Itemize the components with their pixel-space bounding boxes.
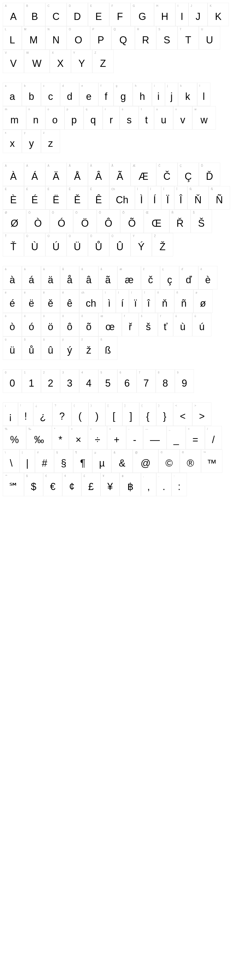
glyph-cell: ÓÓ xyxy=(50,210,73,233)
glyph: € xyxy=(43,479,62,496)
glyph: 0 xyxy=(3,375,22,393)
glyph-label: ÷ xyxy=(88,426,107,432)
glyph: k xyxy=(179,88,197,106)
glyph-label: = xyxy=(186,426,204,432)
glyph-cell: $$ xyxy=(24,473,43,496)
glyph-label: Ø xyxy=(3,210,26,215)
glyph-label: Ď xyxy=(199,163,220,168)
glyph-cell: ÷÷ xyxy=(88,426,107,449)
glyph-label: ü xyxy=(3,337,22,342)
glyph-label: T xyxy=(178,27,199,32)
glyph-label: ) xyxy=(89,403,105,408)
glyph: µ xyxy=(93,455,111,473)
glyph-label: 1 xyxy=(22,370,41,375)
glyph-label: ď xyxy=(179,266,198,272)
glyph: Ú xyxy=(46,239,66,256)
glyph: Œ xyxy=(144,215,169,233)
glyph-label: č xyxy=(141,266,160,272)
glyph: % xyxy=(3,432,26,449)
glyph-label: Ř xyxy=(170,210,190,215)
glyph: Ø xyxy=(3,215,26,233)
glyph-cell: ÑÑ xyxy=(209,186,230,210)
glyph-label: Q xyxy=(112,27,135,32)
glyph-group-uppercase: AABBCCDDEEFFGGHHIIJJKKLLMMNNOOPPQQRRSSTT… xyxy=(0,0,233,80)
glyph-label: f xyxy=(99,83,113,88)
glyph-cell: \\ xyxy=(3,449,20,473)
glyph-cell: ää xyxy=(41,266,60,290)
glyph: Æ xyxy=(131,168,156,186)
glyph-label: / xyxy=(205,426,222,432)
glyph-label: } xyxy=(156,403,173,408)
glyph-label: ó xyxy=(22,313,41,319)
glyph-label: E xyxy=(88,3,109,8)
glyph-label: | xyxy=(20,450,35,455)
glyph: É xyxy=(24,192,45,209)
glyph: / xyxy=(205,432,222,449)
glyph-cell: || xyxy=(20,449,35,473)
glyph: ò xyxy=(3,319,22,336)
glyph: Ò xyxy=(27,215,49,233)
glyph-label: Ch xyxy=(110,186,135,192)
glyph: ö xyxy=(41,319,60,336)
glyph-cell: çç xyxy=(160,266,179,290)
glyph: , xyxy=(141,479,156,496)
glyph: i xyxy=(152,88,165,106)
glyph-cell: ee xyxy=(79,83,98,106)
glyph-cell: VV xyxy=(3,50,24,73)
glyph-label: \ xyxy=(3,450,19,455)
glyph-cell: !! xyxy=(18,402,34,426)
glyph-cell: üü xyxy=(3,336,22,360)
glyph-cell: JJ xyxy=(188,3,207,26)
glyph: H xyxy=(154,8,175,26)
glyph-group-symbols: ¡¡!!¿¿??(())[[]]{{}}<<>>%%‰‰**××÷÷++--——… xyxy=(0,400,233,503)
glyph-label: j xyxy=(165,83,178,88)
glyph-label: û xyxy=(41,337,60,342)
glyph-cell: UU xyxy=(199,26,220,50)
glyph-cell: // xyxy=(205,426,222,449)
glyph: Ç xyxy=(178,168,199,186)
glyph: ã xyxy=(99,272,117,289)
glyph-cell: óó xyxy=(22,313,41,336)
glyph-cell: œœ xyxy=(98,313,122,336)
glyph-label: ř xyxy=(122,313,139,319)
glyph-label: Ť xyxy=(3,233,24,239)
glyph: r xyxy=(103,112,120,129)
glyph-cell: šš xyxy=(139,313,158,336)
glyph-label: ë xyxy=(22,290,41,295)
glyph: G xyxy=(131,8,154,26)
glyph-cell: [[ xyxy=(105,402,122,426)
glyph-label: > xyxy=(193,403,211,408)
glyph: Õ xyxy=(120,215,144,233)
glyph: š xyxy=(139,319,158,336)
glyph-cell: FF xyxy=(109,3,131,26)
glyph: ¡ xyxy=(3,408,18,426)
glyph: Ě xyxy=(67,192,88,209)
glyph: < xyxy=(174,408,192,426)
glyph: h xyxy=(133,88,152,106)
glyph: ß xyxy=(99,342,117,360)
glyph: û xyxy=(41,342,60,360)
glyph-cell: ŠŠ xyxy=(191,210,212,233)
glyph: Î xyxy=(174,192,187,209)
glyph: ý xyxy=(61,342,79,360)
glyph-label: ï xyxy=(129,290,142,295)
glyph-cell: HH xyxy=(154,3,176,26)
glyph: | xyxy=(20,455,35,473)
glyph-cell: 11 xyxy=(22,369,41,393)
glyph-label: Î xyxy=(174,186,187,192)
glyph: Ö xyxy=(73,215,96,233)
glyph: ì xyxy=(103,295,115,313)
glyph-label: × xyxy=(69,426,88,432)
glyph: ™ xyxy=(201,455,222,473)
glyph: L xyxy=(3,32,22,49)
glyph-label: d xyxy=(61,83,79,88)
glyph: ů xyxy=(22,342,41,360)
glyph: > xyxy=(193,408,211,426)
glyph-cell: ## xyxy=(35,449,54,473)
glyph: e xyxy=(80,88,98,106)
glyph: Ň xyxy=(188,192,208,209)
glyph: Ã xyxy=(110,168,130,186)
glyph-label: ä xyxy=(41,266,60,272)
glyph: ¿ xyxy=(34,408,52,426)
glyph: ñ xyxy=(174,295,193,313)
